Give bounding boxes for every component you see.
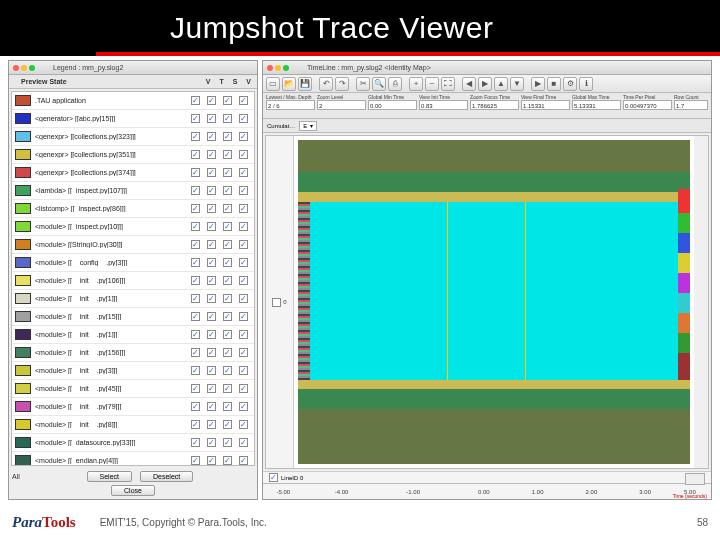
legend-col-header[interactable]: S xyxy=(233,78,238,85)
axis-zoom-icon[interactable] xyxy=(685,473,705,485)
checkbox[interactable]: ✓ xyxy=(207,456,216,465)
stat-value[interactable]: 0.00497370 xyxy=(623,100,672,110)
cut-icon[interactable]: ✂ xyxy=(356,77,370,91)
checkbox[interactable]: ✓ xyxy=(207,348,216,357)
legend-row[interactable]: <module> [[__init__.py[1]]]✓✓✓✓ xyxy=(12,290,254,308)
checkbox[interactable]: ✓ xyxy=(207,312,216,321)
checkbox[interactable]: ✓ xyxy=(239,150,248,159)
legend-row[interactable]: <genexpr> [[collections.py[323]]]✓✓✓✓ xyxy=(12,128,254,146)
checkbox[interactable]: ✓ xyxy=(191,204,200,213)
checkbox[interactable]: ✓ xyxy=(207,204,216,213)
checkbox[interactable]: ✓ xyxy=(191,222,200,231)
checkbox[interactable]: ✓ xyxy=(239,186,248,195)
legend-row[interactable]: <genexpr> [[collections.py[351]]]✓✓✓✓ xyxy=(12,146,254,164)
search-icon[interactable]: 🔍 xyxy=(372,77,386,91)
checkbox[interactable]: ✓ xyxy=(191,168,200,177)
save-icon[interactable]: 💾 xyxy=(298,77,312,91)
up-icon[interactable]: ▲ xyxy=(494,77,508,91)
deselect-button[interactable]: Deselect xyxy=(140,471,193,482)
stat-value[interactable]: 2 xyxy=(317,100,366,110)
checkbox[interactable]: ✓ xyxy=(191,456,200,465)
checkbox[interactable]: ✓ xyxy=(191,186,200,195)
checkbox[interactable]: ✓ xyxy=(239,312,248,321)
legend-row[interactable]: <module> [[__init__.py[15]]]✓✓✓✓ xyxy=(12,308,254,326)
legend-row[interactable]: .TAU application✓✓✓✓ xyxy=(12,92,254,110)
stat-value[interactable]: 0.00 xyxy=(368,100,417,110)
checkbox[interactable]: ✓ xyxy=(191,240,200,249)
trace-marker-line[interactable] xyxy=(525,202,526,380)
legend-row[interactable]: <listcomp> [[_inspect.py[86]]]✓✓✓✓ xyxy=(12,200,254,218)
checkbox[interactable]: ✓ xyxy=(223,114,232,123)
fit-icon[interactable]: ⛶ xyxy=(441,77,455,91)
select-button[interactable]: Select xyxy=(87,471,132,482)
vertical-scrollbar[interactable] xyxy=(694,136,708,468)
minimize-icon[interactable] xyxy=(21,65,27,71)
play-icon[interactable]: ▶ xyxy=(531,77,545,91)
legend-col-header[interactable]: V xyxy=(206,78,211,85)
checkbox[interactable]: ✓ xyxy=(239,258,248,267)
checkbox[interactable]: ✓ xyxy=(239,96,248,105)
checkbox[interactable]: ✓ xyxy=(207,168,216,177)
checkbox[interactable]: ✓ xyxy=(191,150,200,159)
checkbox[interactable]: ✓ xyxy=(239,330,248,339)
checkbox[interactable]: ✓ xyxy=(207,150,216,159)
legend-row[interactable]: <module> [[_endian.py[4]]]✓✓✓✓ xyxy=(12,452,254,466)
checkbox[interactable]: ✓ xyxy=(207,276,216,285)
checkbox[interactable]: ✓ xyxy=(239,438,248,447)
checkbox[interactable]: ✓ xyxy=(191,114,200,123)
checkbox[interactable]: ✓ xyxy=(223,348,232,357)
checkbox[interactable]: ✓ xyxy=(239,276,248,285)
stat-value[interactable]: 5.13331 xyxy=(572,100,621,110)
legend-row[interactable]: <module> [[__config__.py[3]]]✓✓✓✓ xyxy=(12,254,254,272)
legend-row[interactable]: <module> [[__init__.py[3]]]✓✓✓✓ xyxy=(12,362,254,380)
checkbox[interactable]: ✓ xyxy=(239,384,248,393)
checkbox[interactable]: ✓ xyxy=(239,114,248,123)
row-checkbox[interactable] xyxy=(272,298,281,307)
legend-titlebar[interactable]: Legend : mm_py.slog2 xyxy=(9,61,257,75)
checkbox[interactable]: ✓ xyxy=(207,240,216,249)
legend-row[interactable]: <module> [[__init__.py[45]]]✓✓✓✓ xyxy=(12,380,254,398)
checkbox[interactable]: ✓ xyxy=(223,96,232,105)
zoom-out-icon[interactable]: − xyxy=(425,77,439,91)
legend-row[interactable]: <module> [[_datasource.py[33]]]✓✓✓✓ xyxy=(12,434,254,452)
stat-value[interactable]: 2 / 6 xyxy=(266,100,315,110)
checkbox[interactable]: ✓ xyxy=(191,420,200,429)
checkbox[interactable]: ✓ xyxy=(239,294,248,303)
gear-icon[interactable]: ⚙ xyxy=(563,77,577,91)
legend-row[interactable]: <module> [[__init__.py[1]]]✓✓✓✓ xyxy=(12,326,254,344)
checkbox[interactable]: ✓ xyxy=(191,402,200,411)
legend-row[interactable]: <module> [[__init__.py[8]]]✓✓✓✓ xyxy=(12,416,254,434)
trace-canvas[interactable] xyxy=(298,140,690,464)
checkbox[interactable]: ✓ xyxy=(239,420,248,429)
checkbox[interactable]: ✓ xyxy=(207,438,216,447)
legend-col-header[interactable]: T xyxy=(219,78,223,85)
checkbox[interactable]: ✓ xyxy=(207,330,216,339)
checkbox[interactable]: ✓ xyxy=(191,312,200,321)
stop-icon[interactable]: ■ xyxy=(547,77,561,91)
checkbox[interactable]: ✓ xyxy=(223,258,232,267)
checkbox[interactable]: ✓ xyxy=(191,276,200,285)
legend-row[interactable]: <lambda> [[_inspect.py[107]]]✓✓✓✓ xyxy=(12,182,254,200)
checkbox[interactable]: ✓ xyxy=(239,402,248,411)
checkbox[interactable]: ✓ xyxy=(223,294,232,303)
checkbox[interactable]: ✓ xyxy=(191,348,200,357)
stat-value[interactable]: 1.7 xyxy=(674,100,708,110)
checkbox[interactable]: ✓ xyxy=(191,438,200,447)
close-icon[interactable] xyxy=(267,65,273,71)
redo-icon[interactable]: ↷ xyxy=(335,77,349,91)
checkbox[interactable]: ✓ xyxy=(223,330,232,339)
checkbox[interactable]: ✓ xyxy=(223,204,232,213)
checkbox[interactable]: ✓ xyxy=(223,150,232,159)
doc-icon[interactable]: ▭ xyxy=(266,77,280,91)
checkbox[interactable]: ✓ xyxy=(207,132,216,141)
checkbox[interactable]: ✓ xyxy=(207,294,216,303)
legend-row[interactable]: <module> [[_inspect.py[10]]]✓✓✓✓ xyxy=(12,218,254,236)
checkbox[interactable]: ✓ xyxy=(207,222,216,231)
stat-value[interactable]: 1.15331 xyxy=(521,100,570,110)
checkbox[interactable]: ✓ xyxy=(223,168,232,177)
checkbox[interactable]: ✓ xyxy=(223,420,232,429)
legend-col-header[interactable]: V xyxy=(246,78,251,85)
timeline-titlebar[interactable]: TimeLine : mm_py.slog2 <Identity Map> xyxy=(263,61,711,75)
checkbox[interactable]: ✓ xyxy=(239,456,248,465)
checkbox[interactable]: ✓ xyxy=(223,384,232,393)
